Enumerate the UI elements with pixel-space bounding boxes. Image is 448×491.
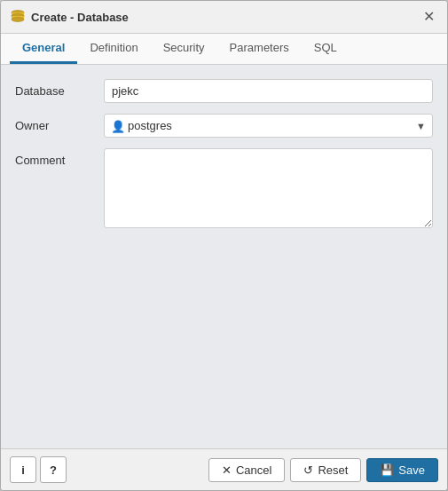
save-label: Save	[398, 463, 425, 477]
dialog-body: Database Owner 👤 postgres ▼ Comment	[1, 65, 447, 448]
dialog-titlebar: Create - Database ✕	[1, 1, 447, 34]
tab-parameters[interactable]: Parameters	[217, 34, 302, 64]
comment-field-wrapper	[104, 148, 433, 231]
reset-icon: ↺	[303, 463, 313, 477]
comment-label: Comment	[15, 148, 104, 167]
create-database-dialog: Create - Database ✕ General Definition S…	[0, 0, 448, 491]
comment-row: Comment	[15, 148, 433, 231]
tab-security[interactable]: Security	[151, 34, 217, 64]
owner-label: Owner	[15, 114, 104, 132]
save-icon: 💾	[380, 463, 394, 477]
tab-sql[interactable]: SQL	[302, 34, 350, 64]
database-label: Database	[15, 79, 104, 98]
dialog-footer: i ? ✕ Cancel ↺ Reset 💾 Save	[1, 448, 447, 490]
reset-label: Reset	[318, 463, 348, 477]
database-row: Database	[15, 79, 433, 103]
tab-bar: General Definition Security Parameters S…	[1, 34, 447, 65]
owner-row: Owner 👤 postgres ▼	[15, 114, 433, 138]
cancel-icon: ✕	[222, 463, 232, 477]
info-button[interactable]: i	[10, 456, 36, 483]
dialog-title: Create - Database	[10, 9, 129, 25]
save-button[interactable]: 💾 Save	[366, 458, 438, 482]
cancel-button[interactable]: ✕ Cancel	[208, 458, 285, 482]
tab-definition[interactable]: Definition	[77, 34, 150, 64]
close-button[interactable]: ✕	[420, 8, 438, 26]
footer-left: i ?	[10, 456, 67, 483]
comment-textarea[interactable]	[104, 148, 433, 228]
owner-select[interactable]: postgres	[104, 114, 433, 138]
database-field-wrapper	[104, 79, 433, 103]
cancel-label: Cancel	[236, 463, 271, 477]
tab-general[interactable]: General	[10, 34, 77, 64]
reset-button[interactable]: ↺ Reset	[290, 458, 361, 482]
svg-point-4	[12, 18, 24, 22]
dialog-title-text: Create - Database	[31, 11, 129, 24]
owner-select-wrapper: 👤 postgres ▼	[104, 114, 433, 138]
footer-right: ✕ Cancel ↺ Reset 💾 Save	[208, 458, 438, 482]
database-input[interactable]	[104, 79, 433, 103]
database-icon	[10, 9, 26, 25]
help-button[interactable]: ?	[40, 456, 67, 483]
